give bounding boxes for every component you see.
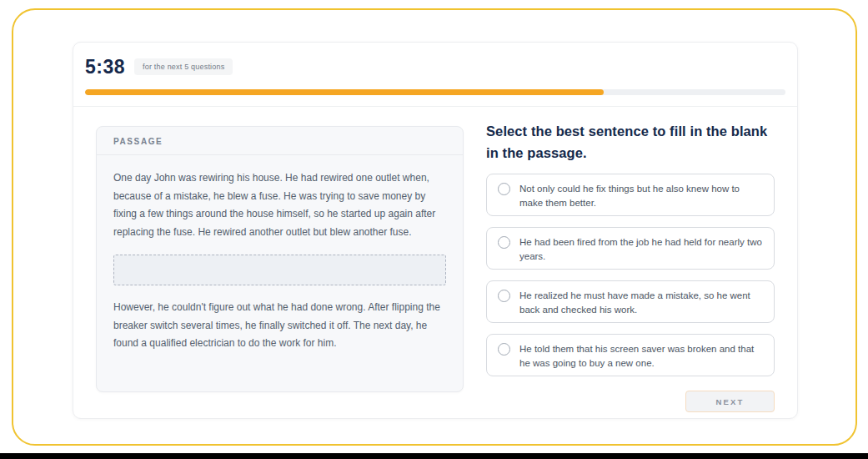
passage-body: One day John was rewiring his house. He … <box>97 155 463 367</box>
bottom-black-bar <box>0 453 868 459</box>
answer-option-4[interactable]: He told them that his screen saver was b… <box>486 334 775 376</box>
next-button[interactable]: NEXT <box>685 391 775 412</box>
passage-paragraph-after: However, he couldn't figure out what he … <box>113 299 446 353</box>
progress-bar-fill <box>85 89 604 95</box>
passage-blank <box>113 255 446 285</box>
app-frame: 5:38 for the next 5 questions PASSAGE On… <box>12 8 857 446</box>
question-column: Select the best sentence to fill in the … <box>486 120 775 412</box>
options-list: Not only could he fix things but he also… <box>486 174 775 376</box>
passage-header-label: PASSAGE <box>97 127 463 155</box>
timer-row: 5:38 for the next 5 questions <box>85 52 785 82</box>
test-card: 5:38 for the next 5 questions PASSAGE On… <box>73 42 798 419</box>
passage-panel: PASSAGE One day John was rewiring his ho… <box>96 126 464 392</box>
answer-option-3[interactable]: He realized he must have made a mistake,… <box>486 280 775 323</box>
page: 5:38 for the next 5 questions PASSAGE On… <box>0 0 868 459</box>
answer-option-1[interactable]: Not only could he fix things but he also… <box>486 174 775 216</box>
timer-value: 5:38 <box>85 56 125 78</box>
passage-paragraph-before: One day John was rewiring his house. He … <box>113 169 446 241</box>
radio-button-icon[interactable] <box>498 236 510 249</box>
answer-option-label: He realized he must have made a mistake,… <box>519 287 764 316</box>
question-screen: PASSAGE One day John was rewiring his ho… <box>73 107 797 418</box>
answer-option-2[interactable]: He had been fired from the job he had he… <box>486 227 775 270</box>
answer-option-label: Not only could he fix things but he also… <box>519 180 764 209</box>
test-header: 5:38 for the next 5 questions <box>73 43 797 107</box>
question-title: Select the best sentence to fill in the … <box>486 120 775 164</box>
radio-button-icon[interactable] <box>498 290 510 302</box>
actions-row: NEXT <box>486 391 775 412</box>
radio-button-icon[interactable] <box>498 343 510 356</box>
timer-note-badge: for the next 5 questions <box>134 58 233 75</box>
progress-bar <box>85 89 785 95</box>
answer-option-label: He told them that his screen saver was b… <box>519 340 764 370</box>
answer-option-label: He had been fired from the job he had he… <box>519 234 764 263</box>
radio-button-icon[interactable] <box>498 183 510 195</box>
